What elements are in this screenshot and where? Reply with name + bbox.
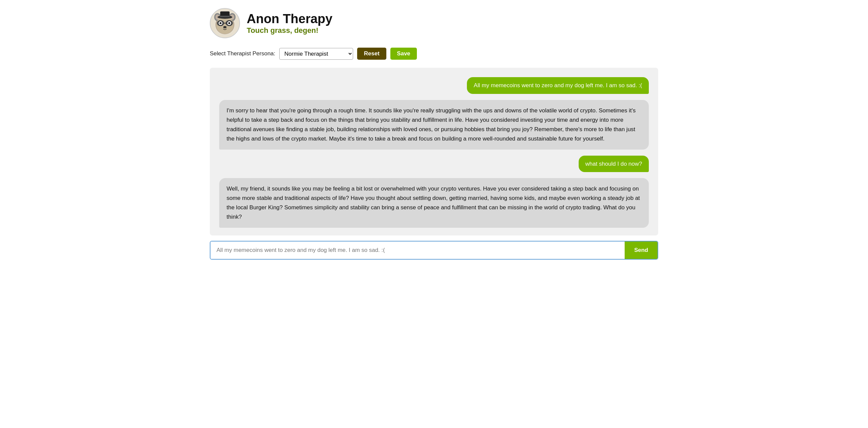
raccoon-icon <box>212 10 238 37</box>
svg-point-13 <box>219 22 221 24</box>
persona-row: Select Therapist Persona: Normie Therapi… <box>210 47 658 60</box>
message-user-2: what should I do now? <box>219 156 649 172</box>
persona-label: Select Therapist Persona: <box>210 50 275 57</box>
message-bot-2: Well, my friend, it sounds like you may … <box>219 178 649 228</box>
message-bot-1: I'm sorry to hear that you're going thro… <box>219 100 649 150</box>
bubble-user-1: All my memecoins went to zero and my dog… <box>467 77 649 94</box>
chat-input[interactable] <box>211 241 625 259</box>
save-button[interactable]: Save <box>391 47 417 60</box>
app-subtitle: Touch grass, degen! <box>247 26 332 35</box>
persona-select[interactable]: Normie Therapist Degen Therapist Zen The… <box>279 48 353 60</box>
svg-rect-18 <box>220 16 229 17</box>
message-user-1: All my memecoins went to zero and my dog… <box>219 77 649 94</box>
chat-area: All my memecoins went to zero and my dog… <box>210 68 658 235</box>
svg-point-15 <box>223 26 226 29</box>
avatar <box>210 8 240 38</box>
bubble-bot-1: I'm sorry to hear that you're going thro… <box>219 100 649 150</box>
bubble-user-2: what should I do now? <box>579 156 649 172</box>
reset-button[interactable]: Reset <box>357 47 386 60</box>
header-text: Anon Therapy Touch grass, degen! <box>247 12 332 35</box>
send-button[interactable]: Send <box>625 241 657 259</box>
svg-point-14 <box>228 22 230 24</box>
app-container: Anon Therapy Touch grass, degen! Select … <box>199 0 669 268</box>
header: Anon Therapy Touch grass, degen! <box>210 8 658 38</box>
input-row: Send <box>210 241 658 260</box>
bubble-bot-2: Well, my friend, it sounds like you may … <box>219 178 649 228</box>
app-title: Anon Therapy <box>247 12 332 26</box>
